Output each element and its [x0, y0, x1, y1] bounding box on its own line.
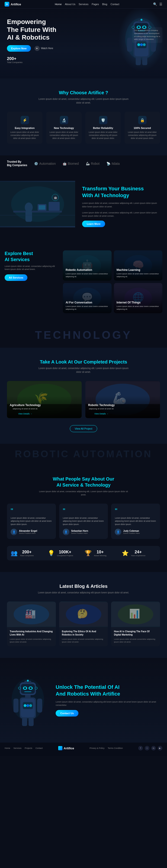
svg-text:🤖: 🤖 [54, 196, 57, 199]
all-services-button[interactable]: All Services [5, 274, 27, 281]
service-card-ai-conv[interactable]: 💬 AI For Conversation Lorem ipsum dolor … [63, 283, 112, 313]
feature-secured: 🔒 100% Secured Lorem ipsum dolor sit ame… [125, 112, 160, 144]
testimonials-header: What People Say About Our AI Service & T… [7, 476, 160, 497]
biomed-icon: 🤖 [62, 162, 67, 165]
contact-us-button[interactable]: Contact Us [56, 710, 78, 716]
linkedin-icon[interactable]: in [151, 746, 156, 750]
trust-logo-3: 📡 Itdata [107, 162, 120, 165]
svg-rect-28 [26, 211, 32, 222]
nav-blog[interactable]: Blog [102, 3, 107, 6]
twitter-icon[interactable]: t [145, 746, 150, 750]
project-desc-0: adipiscing sit amet sit amet sit. [10, 408, 41, 410]
footer-link-home[interactable]: Home [5, 747, 10, 749]
quote-icon-1: " [63, 507, 105, 514]
svg-rect-30 [49, 202, 60, 211]
easy-integration-icon: ⚡ [20, 116, 29, 124]
watch-label: Watch Here [41, 47, 53, 50]
trusted-by-text: Trusted ByBig Companies [7, 160, 27, 167]
facebook-icon[interactable]: f [138, 746, 143, 750]
footer-link-contact[interactable]: Contact [36, 747, 43, 749]
svg-point-5 [140, 43, 143, 46]
why-choose-section: Why Choose Artifice ? Lorem ipsum dolor … [0, 79, 167, 155]
nav-home[interactable]: Home [55, 3, 61, 6]
blog-body-1: Exploring The Ethics Of Ai And Robotics … [59, 627, 108, 646]
view-details-agriculture[interactable]: View Details → [18, 412, 32, 415]
service-content-1: Machine Learning Lorem ipsum dolor sit a… [117, 268, 160, 278]
project-card-robotic-tech[interactable]: 🦾 Robotic Technology adipiscing sit amet… [85, 381, 160, 418]
experience-icon: ⭐ [122, 550, 129, 556]
footer-link-services[interactable]: Services [13, 747, 22, 749]
view-all-projects-button[interactable]: View All Project [70, 425, 97, 432]
blog-post-desc-2: Lorem ipsum dolor sit amet consectetur a… [114, 638, 157, 644]
robot-label: Robot [91, 162, 99, 165]
author-name-1: Sebastian Horn [71, 530, 88, 532]
nav-contact[interactable]: Contact [111, 3, 119, 6]
author-role-2: Some Position Here [123, 532, 140, 534]
feature-desc-0: Lorem ipsum dolor sit amet dolor consect… [10, 131, 39, 140]
svg-point-4 [137, 43, 140, 46]
logo[interactable]: A Artifice [5, 2, 21, 6]
project-card-agriculture[interactable]: 🌾 Agriculture Technology adipiscing sit … [7, 381, 82, 418]
nav-services[interactable]: Services [79, 3, 88, 6]
blog-title: Latest Blog & Articles [7, 584, 160, 589]
service-iot-content: Internet Of Things Lorem ipsum dolor sit… [114, 283, 163, 313]
projects-subtitle: Lorem ipsum dolor sit amet, consectetur … [37, 367, 130, 374]
svg-rect-22 [136, 57, 141, 65]
trusted-logos: ⚙️ Automation 🤖 Biomed 🦾 Robot 📡 Itdata [34, 162, 120, 165]
nav-pages[interactable]: Pages [92, 3, 99, 6]
view-details-robotic[interactable]: View Details → [94, 412, 109, 415]
nav-about[interactable]: About Us [65, 3, 75, 6]
search-icon[interactable]: 🔍 [153, 2, 157, 6]
transform-desc1: Lorem ipsum dolor sit amet, consectetur … [82, 202, 160, 208]
footer-link-projects[interactable]: Projects [25, 747, 33, 749]
robot-icon: 🦾 [86, 162, 90, 165]
stat-companies-info: 200+ Total Companies [20, 550, 34, 557]
footer-logo[interactable]: Artifice [58, 746, 74, 750]
service-card-iot[interactable]: 🌐 Internet Of Things Lorem ipsum dolor s… [114, 283, 163, 313]
footer-terms[interactable]: Terms Condition [108, 747, 123, 749]
blog-post-desc-0: Lorem ipsum dolor sit amet consectetur a… [10, 638, 53, 644]
blog-post-title-0: Transforming Industries And Changing Liv… [10, 630, 53, 637]
transform-section: 🤖 Transform Your Business With AI Techno… [0, 172, 167, 241]
footer-logo-icon [58, 746, 62, 750]
cta-brand: Artifice [102, 691, 120, 697]
service-desc-0: Lorem ipsum dolor sit amet dolor lorem c… [66, 273, 109, 278]
cta-section: Unlock The Potential Of AI And Robotics … [0, 658, 167, 743]
author-role-1: Some Position Here [71, 532, 88, 534]
biomed-label: Biomed [68, 162, 79, 165]
stat-experience: ⭐ 24+ Years Experience [122, 550, 157, 557]
footer: Home Services Projects Contact Artifice … [0, 743, 167, 756]
service-card-ml[interactable]: 🧠 Machine Learning Lorem ipsum dolor sit… [114, 250, 163, 281]
logo-text: Artifice [11, 3, 21, 6]
hero-stat: 200+ Total Companies [7, 56, 91, 64]
testi-author-2: 👤 Judy Coleman Some Position Here [115, 529, 156, 535]
author-info-0: Alexander Engel Some Position Here [19, 530, 37, 534]
nav-links: Home About Us Services Pages Blog Contac… [55, 3, 119, 6]
service-title-3: Internet Of Things [117, 301, 160, 304]
explore-button[interactable]: Explore Now [7, 45, 31, 52]
svg-point-79 [30, 687, 32, 689]
experience-number: 24+ [131, 550, 145, 555]
trust-logo-1: 🤖 Biomed [62, 162, 79, 165]
footer-privacy[interactable]: Privacy & Policy [89, 747, 105, 749]
stat-companies: 👥 200+ Total Companies [11, 550, 45, 557]
menu-icon[interactable]: ☰ [159, 2, 162, 6]
quote-icon-2: " [115, 507, 156, 514]
project-title-1: Robotic Technology [88, 404, 115, 407]
blog-card-2[interactable]: 📊 How AI is Changing The Face Of Digital… [111, 601, 160, 646]
feature-new-technology: 🔬 New Technology Lorem ipsum dolor sit a… [46, 112, 82, 144]
watch-video-btn[interactable]: ▶ Watch Here [35, 46, 53, 51]
learn-more-button[interactable]: Learn More [82, 221, 105, 227]
companies-icon: 👥 [11, 550, 17, 556]
youtube-icon[interactable]: ▶ [158, 746, 162, 750]
why-title-text: Why Choose [59, 90, 87, 95]
why-subtitle: Lorem ipsum dolor sit amet, consectetur … [37, 97, 130, 105]
svg-text:📊: 📊 [129, 608, 140, 619]
experience-label: Years Experience [131, 555, 145, 557]
testimonial-text-0: Lorem ipsum dolor sit amet, consectetur … [11, 517, 52, 526]
blog-card-0[interactable]: 🏭 Transforming Industries And Changing L… [7, 601, 56, 646]
services-left-content: Explore Best AI Services Lorem ipsum dol… [5, 250, 58, 313]
service-card-robotic[interactable]: 🤖 Robotic Automation Lorem ipsum dolor s… [63, 250, 112, 281]
cta-robot-svg [7, 670, 49, 730]
blog-card-1[interactable]: 🤔 Exploring The Ethics Of Ai And Robotic… [59, 601, 108, 646]
